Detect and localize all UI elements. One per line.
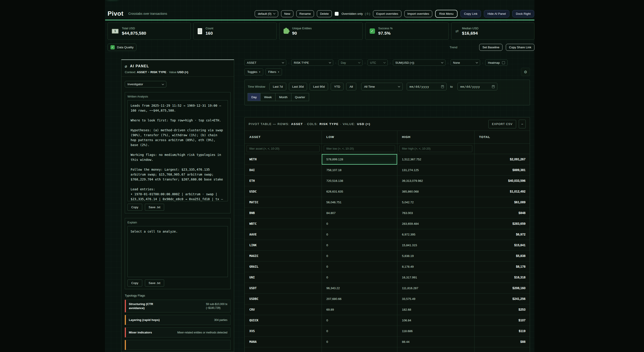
granularity-day[interactable]: Day xyxy=(248,93,260,101)
total-cell[interactable]: $241,256 xyxy=(474,294,530,304)
column-header-low[interactable]: LOW xyxy=(322,131,397,143)
high-cell[interactable]: 131,274.125 xyxy=(397,164,474,175)
total-cell[interactable] xyxy=(474,347,530,352)
date-from-input[interactable]: mm/dd/yyyy xyxy=(407,83,446,90)
high-cell[interactable]: 106.84 xyxy=(397,315,474,326)
hide-ai-panel-button[interactable]: Hide AI Panel xyxy=(484,10,510,18)
total-cell[interactable]: $1,012,492 xyxy=(474,186,530,197)
total-cell[interactable]: $848 xyxy=(474,208,530,218)
high-cell[interactable]: 5,042.72 xyxy=(397,197,474,208)
column-header-total[interactable]: TOTAL xyxy=(474,131,530,143)
total-cell[interactable]: $40,033,596 xyxy=(474,175,530,186)
asset-cell[interactable]: USDT xyxy=(245,283,322,294)
asset-cell[interactable]: GRAIL xyxy=(245,261,322,272)
low-cell[interactable]: 56,046.751 xyxy=(322,197,397,208)
low-cell[interactable]: 96,343.22 xyxy=(322,283,397,294)
dock-right-button[interactable]: Dock Right xyxy=(512,10,534,18)
asset-cell[interactable]: CRV xyxy=(245,304,322,315)
total-cell[interactable]: $283,659 xyxy=(474,218,530,229)
high-cell[interactable]: 5,838.19 xyxy=(397,250,474,261)
time-range-select[interactable]: All Time xyxy=(361,83,403,90)
asset-cell[interactable]: USDBC xyxy=(245,294,322,304)
total-cell[interactable]: $16,318 xyxy=(474,272,530,283)
low-cell[interactable]: 0 xyxy=(322,250,397,261)
asset-cell[interactable]: LINK xyxy=(245,240,322,250)
asset-cell[interactable]: XVS xyxy=(245,326,322,336)
time-preset-all[interactable]: All xyxy=(346,83,356,90)
low-cell[interactable]: 758,107.18 xyxy=(322,164,397,175)
asset-cell[interactable]: WBTC xyxy=(245,218,322,229)
high-cell[interactable]: 16,317.991 xyxy=(397,272,474,283)
data-quality-button[interactable]: Data Quality xyxy=(108,44,136,51)
low-cell-selected[interactable]: 578,899.128 xyxy=(322,154,397,164)
export-csv-button[interactable]: EXPORT CSV xyxy=(488,120,516,128)
high-cell[interactable]: 6,972.395 xyxy=(397,229,474,240)
low-cell[interactable]: 0 xyxy=(322,315,397,326)
copy-link-button[interactable]: Copy Link xyxy=(460,10,481,18)
high-cell[interactable]: 39,313,079.982 xyxy=(397,175,474,186)
low-cell[interactable]: 0 xyxy=(322,240,397,250)
set-baseline-button[interactable]: Set Baseline xyxy=(479,44,502,51)
total-cell[interactable]: $107 xyxy=(474,315,530,326)
time-preset-ytd[interactable]: YTD xyxy=(331,83,344,90)
high-cell[interactable]: 33,575.49 xyxy=(397,294,474,304)
granularity-week[interactable]: Week xyxy=(260,93,276,101)
low-cell[interactable]: 0 xyxy=(322,336,397,347)
asset-cell[interactable]: AAVE xyxy=(245,229,322,240)
total-cell[interactable]: $5,838 xyxy=(474,250,530,261)
time-preset-last-90d[interactable]: Last 90d xyxy=(310,83,328,90)
high-cell[interactable]: 182.68 xyxy=(397,304,474,315)
total-cell[interactable]: $208,160 xyxy=(474,283,530,294)
filter-low-input[interactable] xyxy=(324,145,395,152)
time-preset-last-30d[interactable]: Last 30d xyxy=(289,83,307,90)
copy-button[interactable]: Copy xyxy=(128,280,142,286)
high-cell[interactable]: 283,659.484 xyxy=(397,218,474,229)
copy-button[interactable]: Copy xyxy=(128,204,142,211)
high-cell[interactable]: 15,841.315 xyxy=(397,240,474,250)
asset-cell[interactable]: MATIC xyxy=(245,197,322,208)
asset-cell[interactable]: MANA xyxy=(245,336,322,347)
total-cell[interactable]: $119 xyxy=(474,326,530,336)
filters-button[interactable]: Filters▾ xyxy=(266,68,282,75)
low-cell[interactable]: 720,516.138 xyxy=(322,175,397,186)
asset-cell[interactable]: ETH xyxy=(245,175,322,186)
import-overrides-button[interactable]: Import overrides xyxy=(404,10,432,17)
low-cell[interactable]: 0 xyxy=(322,326,397,336)
total-cell[interactable]: $6,972 xyxy=(474,229,530,240)
low-cell[interactable]: 207,680.66 xyxy=(322,294,397,304)
pivot-select-day[interactable]: Day xyxy=(338,60,362,66)
asset-cell[interactable]: WETH xyxy=(245,154,322,164)
heatmap-toggle[interactable]: Heatmap xyxy=(485,60,508,66)
total-cell[interactable]: $889,381 xyxy=(474,164,530,175)
total-cell[interactable]: $61,089 xyxy=(474,197,530,208)
total-cell[interactable]: $253 xyxy=(474,304,530,315)
logo[interactable]: SALP xyxy=(108,0,118,0)
toggles-button[interactable]: Toggles▾ xyxy=(244,68,263,75)
pivot-select-none[interactable]: None xyxy=(450,60,480,66)
written-analysis-text[interactable]: Leads from 2025-11-29 11:52 → 1969-12-31… xyxy=(128,100,228,201)
asset-cell[interactable]: UNI xyxy=(245,272,322,283)
explain-text[interactable]: Select a cell to analyze. xyxy=(128,226,228,277)
low-cell[interactable] xyxy=(322,347,397,352)
collapse-button[interactable]: − xyxy=(519,120,526,128)
risk-menu-button[interactable]: Risk Menu xyxy=(435,10,458,18)
column-header-high[interactable]: HIGH xyxy=(397,131,474,143)
rename-button[interactable]: Rename xyxy=(296,10,314,17)
total-cell[interactable]: $2,091,267 xyxy=(474,154,530,164)
pivot-select-sum-usd[interactable]: SUM(USD (≈)) xyxy=(393,60,446,66)
time-preset-last-7d[interactable]: Last 7d xyxy=(270,83,286,90)
high-cell[interactable]: 8,178.49 xyxy=(397,261,474,272)
granularity-quarter[interactable]: Quarter xyxy=(291,93,309,101)
total-cell[interactable]: $88 xyxy=(474,336,530,347)
asset-cell[interactable]: DAI xyxy=(245,164,322,175)
granularity-month[interactable]: Month xyxy=(275,93,291,101)
low-cell[interactable]: 69.89 xyxy=(322,304,397,315)
high-cell[interactable]: 118.686 xyxy=(397,326,474,336)
pivot-select-asset[interactable]: ASSET xyxy=(244,60,286,66)
low-cell[interactable]: 0 xyxy=(322,229,397,240)
low-cell[interactable]: 626,631.635 xyxy=(322,186,397,197)
column-header-asset[interactable]: ASSET xyxy=(245,131,322,143)
ai-mode-select[interactable]: Investigator xyxy=(125,81,166,88)
total-cell[interactable]: $8,178 xyxy=(474,261,530,272)
pivot-select-risk-type[interactable]: RISK TYPE xyxy=(291,60,333,66)
